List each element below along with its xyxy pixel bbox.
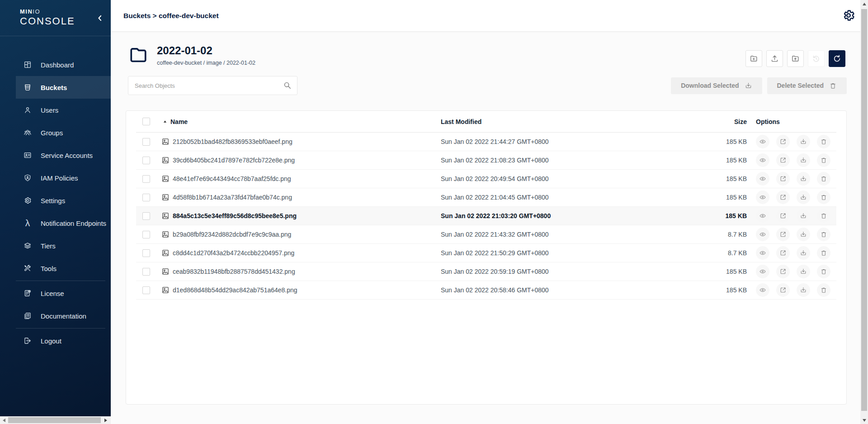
preview-icon [759,268,766,275]
row-delete-button[interactable] [817,209,830,223]
object-name-cell[interactable]: 4d58f8b1b6714a23a73fd47bfae0b74c.png [157,193,441,201]
row-share-button[interactable] [776,246,790,260]
row-share-button[interactable] [776,135,790,148]
row-checkbox[interactable] [142,157,150,164]
row-download-button[interactable] [797,191,810,204]
row-delete-button[interactable] [817,153,830,167]
vertical-scrollbar-thumb[interactable] [861,9,867,411]
sidebar-item-users[interactable]: Users [16,99,111,121]
sidebar-item-license[interactable]: License [16,282,111,305]
sort-asc-icon[interactable] [162,119,168,124]
table-row[interactable]: 884a5c13c5e34eff89c56d8c95bee8e5.pngSun … [136,207,836,225]
search-icon[interactable] [283,81,292,90]
row-preview-button[interactable] [756,135,769,148]
sidebar-item-notification-endpoints[interactable]: λNotification Endpoints [16,212,111,234]
row-share-button[interactable] [776,228,790,241]
column-header-size[interactable]: Size [719,118,747,125]
row-checkbox[interactable] [142,175,150,183]
table-row[interactable]: d1ed868d48b54dd29ac842ab751a64e8.pngSun … [136,281,836,300]
scroll-down-arrow[interactable] [860,416,868,424]
table-row[interactable]: 212b052b1bad482fb8369533ebf0aeef.pngSun … [136,133,836,151]
column-header-name[interactable]: Name [157,118,441,125]
download-selected-button[interactable]: Download Selected [671,77,762,94]
sidebar-item-documentation[interactable]: Documentation [16,305,111,327]
horizontal-scrollbar-thumb[interactable] [8,417,101,423]
row-download-button[interactable] [797,153,810,167]
row-checkbox[interactable] [142,138,150,146]
row-preview-button[interactable] [756,283,769,297]
sidebar-item-settings[interactable]: Settings [16,189,111,212]
row-preview-button[interactable] [756,209,769,223]
row-download-button[interactable] [797,246,810,260]
row-preview-button[interactable] [756,191,769,204]
table-row[interactable]: 48e41ef7e69c443494cc78b7aaf25fdc.pngSun … [136,170,836,188]
sidebar-item-tiers[interactable]: Tiers [16,234,111,257]
object-name-cell[interactable]: 48e41ef7e69c443494cc78b7aaf25fdc.png [157,175,441,183]
row-delete-button[interactable] [817,135,830,148]
row-download-button[interactable] [797,265,810,278]
row-share-button[interactable] [776,191,790,204]
row-download-button[interactable] [797,283,810,297]
row-preview-button[interactable] [756,265,769,278]
row-preview-button[interactable] [756,172,769,186]
row-share-button[interactable] [776,153,790,167]
table-row[interactable]: b29a08fbf92342d882dcbdf7e9c9c9aa.pngSun … [136,225,836,244]
scroll-up-arrow[interactable] [860,0,868,8]
row-preview-button[interactable] [756,228,769,241]
row-download-button[interactable] [797,135,810,148]
object-name-cell[interactable]: c8dd4c1d270f43a2b4724ccbb2204957.png [157,249,441,257]
object-name-cell[interactable]: ceab9832b11948bfb2887578dd451432.png [157,267,441,276]
row-share-button[interactable] [776,209,790,223]
row-share-button[interactable] [776,283,790,297]
refresh-button[interactable] [829,50,845,67]
row-checkbox[interactable] [142,194,150,201]
scroll-right-arrow[interactable] [102,416,109,424]
sidebar-item-buckets[interactable]: Buckets [16,76,111,99]
delete-selected-button[interactable]: Delete Selected [767,77,847,94]
row-download-button[interactable] [797,209,810,223]
row-preview-button[interactable] [756,153,769,167]
sidebar-item-dashboard[interactable]: Dashboard [16,53,111,76]
row-delete-button[interactable] [817,228,830,241]
row-delete-button[interactable] [817,246,830,260]
sidebar-item-service-accounts[interactable]: Service Accounts [16,144,111,167]
gear-icon[interactable] [842,9,855,22]
search-input[interactable] [128,76,297,95]
table-row[interactable]: 39cd6b405bc241d7897e782fcb722e8e.pngSun … [136,151,836,170]
row-checkbox[interactable] [142,286,150,294]
upload-folder-button[interactable] [787,50,804,67]
row-download-button[interactable] [797,228,810,241]
object-name-cell[interactable]: 884a5c13c5e34eff89c56d8c95bee8e5.png [157,212,441,220]
select-all-checkbox[interactable] [142,118,150,125]
row-share-button[interactable] [776,265,790,278]
row-preview-button[interactable] [756,246,769,260]
trash-icon [820,175,827,182]
row-delete-button[interactable] [817,191,830,204]
sidebar-item-iam-policies[interactable]: IAM Policies [16,167,111,189]
table-row[interactable]: 4d58f8b1b6714a23a73fd47bfae0b74c.pngSun … [136,188,836,207]
sidebar-item-logout[interactable]: Logout [16,329,111,352]
breadcrumb[interactable]: Buckets > coffee-dev-bucket [123,0,219,32]
row-checkbox[interactable] [142,268,150,276]
object-name-cell[interactable]: b29a08fbf92342d882dcbdf7e9c9c9aa.png [157,230,441,238]
table-row[interactable]: ceab9832b11948bfb2887578dd451432.pngSun … [136,262,836,281]
column-header-last-modified[interactable]: Last Modified [441,118,719,125]
table-row[interactable]: c8dd4c1d270f43a2b4724ccbb2204957.pngSun … [136,244,836,262]
row-checkbox[interactable] [142,231,150,238]
row-share-button[interactable] [776,172,790,186]
sidebar-item-tools[interactable]: Tools [16,257,111,280]
row-download-button[interactable] [797,172,810,186]
row-delete-button[interactable] [817,265,830,278]
sidebar-item-groups[interactable]: Groups [16,121,111,144]
new-path-button[interactable] [745,50,762,67]
object-name-cell[interactable]: d1ed868d48b54dd29ac842ab751a64e8.png [157,286,441,294]
row-delete-button[interactable] [817,283,830,297]
row-checkbox[interactable] [142,212,150,220]
row-delete-button[interactable] [817,172,830,186]
upload-file-button[interactable] [766,50,783,67]
row-checkbox[interactable] [142,249,150,257]
object-name-cell[interactable]: 212b052b1bad482fb8369533ebf0aeef.png [157,138,441,146]
sidebar-collapse-button[interactable] [95,14,104,23]
scroll-left-arrow[interactable] [0,416,8,424]
object-name-cell[interactable]: 39cd6b405bc241d7897e782fcb722e8e.png [157,156,441,164]
